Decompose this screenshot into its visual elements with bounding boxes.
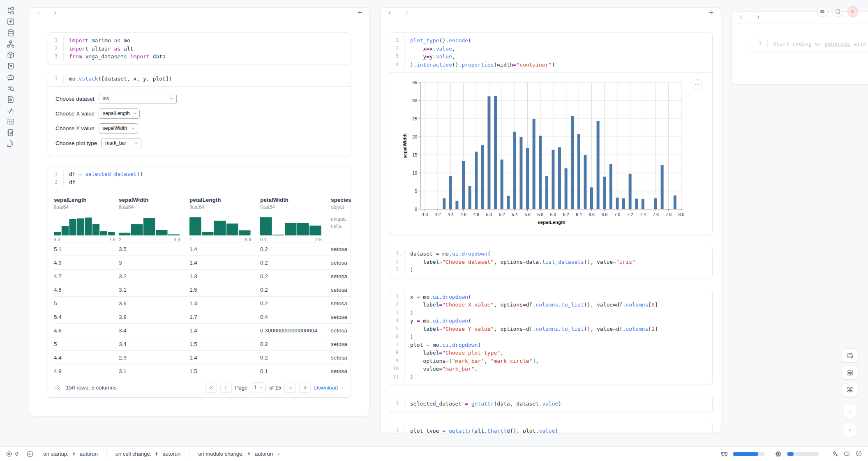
- run-button[interactable]: [842, 422, 858, 438]
- table-row[interactable]: 4.931.40.2setosa: [54, 256, 351, 269]
- nav-forward-button[interactable]: [404, 10, 409, 17]
- close-button[interactable]: [847, 6, 858, 17]
- add-cell-button[interactable]: [357, 9, 363, 17]
- table-row[interactable]: 4.63.11.50.2setosa: [54, 283, 351, 296]
- terminal-icon: [27, 451, 33, 457]
- fold-chevron-icon[interactable]: [399, 319, 403, 323]
- settings-button[interactable]: [832, 6, 843, 17]
- table-row[interactable]: 4.73.21.30.2setosa: [54, 269, 351, 283]
- fold-chevron-icon[interactable]: [399, 343, 403, 347]
- code-editor[interactable]: 1234567891011x = mo.ui.dropdown( label="…: [389, 289, 712, 385]
- code-editor[interactable]: 1mo.vstack([dataset, x, y, plot]): [48, 71, 351, 87]
- layout-button[interactable]: [842, 366, 858, 380]
- nav-back-button[interactable]: [739, 14, 744, 21]
- chevron-down-icon: [134, 141, 139, 145]
- add-cell-button[interactable]: [708, 9, 714, 17]
- table-row[interactable]: 5.43.91.70.4setosa: [54, 310, 351, 323]
- table-row[interactable]: 4.93.11.50.1setosa: [54, 364, 351, 378]
- page-select[interactable]: 1: [251, 383, 266, 392]
- run-config-2[interactable]: on module change:autorun: [198, 451, 281, 457]
- sidebar-item-packages[interactable]: [3, 49, 18, 60]
- run-config-0[interactable]: on startup:autorun: [43, 451, 98, 457]
- file-explorer-icon: [7, 7, 15, 15]
- code-line: ): [410, 373, 658, 381]
- nav-back-button[interactable]: [387, 10, 392, 17]
- fold-chevron-icon[interactable]: [399, 295, 403, 299]
- first-page-button[interactable]: [205, 383, 217, 393]
- stop-icon: [847, 408, 853, 415]
- code-editor[interactable]: 1234plot_type().encode( x=x.value, y=y.v…: [389, 33, 712, 72]
- control-row: Choose plot typemark_bar: [55, 138, 343, 148]
- table-row[interactable]: 53.41.50.2setosa: [54, 337, 351, 350]
- sidebar-item-scratchpad[interactable]: [3, 127, 18, 138]
- column-header-petalWidth[interactable]: petalWidthfloat640.12.5: [260, 197, 331, 242]
- last-page-button[interactable]: [299, 383, 311, 393]
- shortcuts-button[interactable]: ⌘: [842, 383, 858, 397]
- chevron-left-icon: [223, 385, 229, 390]
- code-editor[interactable]: 123dataset = mo.ui.dropdown( label="Choo…: [389, 246, 712, 278]
- column-header-sepalWidth[interactable]: sepalWidthfloat6424.4: [119, 197, 189, 242]
- sidebar-item-file-explorer[interactable]: [3, 5, 18, 16]
- column-header-petalLength[interactable]: petalLengthfloat6416.9: [189, 197, 260, 242]
- sidebar-item-functions[interactable]: [3, 16, 18, 27]
- line-number-gutter: 123: [48, 37, 64, 61]
- table-row[interactable]: 53.61.40.2setosa: [54, 296, 351, 310]
- column-name: petalLength: [189, 197, 256, 203]
- chart-actions-button[interactable]: [692, 79, 702, 90]
- error-counter[interactable]: 0: [6, 451, 18, 457]
- table-row[interactable]: 4.42.91.40.2setosa: [54, 350, 351, 364]
- sidebar-item-documentation[interactable]: [3, 94, 18, 105]
- connection-status-button[interactable]: [855, 450, 862, 458]
- save-button[interactable]: [842, 348, 858, 362]
- column-name: sepalWidth: [119, 197, 185, 203]
- dropdown-select[interactable]: sepalLength: [99, 108, 140, 119]
- column-histogram: [260, 214, 322, 235]
- save-icon: [847, 352, 854, 359]
- column-header-sepalLength[interactable]: sepalLengthfloat644.37.9: [54, 197, 119, 242]
- sidebar-item-snippets[interactable]: [3, 116, 18, 127]
- menu-button[interactable]: [817, 6, 828, 17]
- code-editor[interactable]: 1Start coding or generate with: [752, 36, 868, 52]
- run-config-1[interactable]: on cell change:autorun: [115, 451, 181, 457]
- nav-forward-button[interactable]: [53, 10, 58, 17]
- sidebar-item-logs-search[interactable]: [3, 83, 18, 94]
- sidebar-item-dependency-graph[interactable]: [3, 38, 18, 49]
- fold-chevron-icon[interactable]: [399, 252, 403, 256]
- dropdown-select[interactable]: sepalWidth: [99, 123, 138, 134]
- status-bar: 0on startup:autorunon cell change:autoru…: [0, 446, 868, 461]
- svg-text:4.4: 4.4: [448, 212, 454, 217]
- dropdown-select[interactable]: iris: [99, 94, 177, 104]
- table-cell: 1.4: [189, 327, 260, 334]
- fold-chevron-icon[interactable]: [399, 39, 403, 42]
- code-editor[interactable]: 1selected_dataset = getattr(data, datase…: [389, 396, 712, 412]
- download-button[interactable]: Download: [314, 385, 344, 391]
- nav-back-button[interactable]: [36, 10, 41, 17]
- table-row[interactable]: 4.63.41.40.30000000000000004setosa: [54, 323, 351, 337]
- sidebar-item-tracing[interactable]: [3, 105, 18, 116]
- altair-bar-chart[interactable]: 4.04.24.44.64.85.05.25.45.65.86.06.26.46…: [402, 78, 689, 227]
- next-page-button[interactable]: [284, 383, 296, 393]
- terminal-button[interactable]: [27, 451, 33, 457]
- dropdown-select[interactable]: mark_bar: [101, 138, 141, 148]
- code-editor[interactable]: 12df = selected_dataset()df: [48, 166, 351, 190]
- previous-page-button[interactable]: [220, 383, 232, 393]
- chart-output: 4.04.24.44.64.85.05.25.45.65.86.06.26.46…: [389, 72, 712, 235]
- code-line: import altair as alt: [69, 45, 166, 53]
- nav-forward-button[interactable]: [755, 14, 761, 21]
- table-row[interactable]: 5.13.51.40.2setosa: [54, 242, 351, 256]
- ai-assistant-button[interactable]: [843, 450, 850, 458]
- code-editor[interactable]: 123import marimo as moimport altair as a…: [48, 33, 351, 65]
- line-number: 9: [389, 357, 404, 365]
- stop-button[interactable]: [842, 403, 858, 419]
- sidebar-item-ai-chat[interactable]: [3, 71, 18, 83]
- line-number-gutter: 123: [389, 250, 405, 274]
- line-number-gutter: 1234: [389, 37, 405, 69]
- column-header-species[interactable]: speciesobjectunique:nulls:: [331, 197, 351, 242]
- ai-sparkles-button[interactable]: [831, 450, 838, 458]
- code-editor[interactable]: 1plot_type = getattr(alt.Chart(df), plot…: [389, 423, 712, 433]
- sidebar-item-datasources[interactable]: [3, 27, 18, 38]
- search-icon[interactable]: [55, 385, 61, 391]
- sidebar-item-scripts[interactable]: [3, 60, 18, 71]
- sidebar-item-help[interactable]: ?: [3, 138, 18, 149]
- chevron-left-icon: [387, 10, 392, 16]
